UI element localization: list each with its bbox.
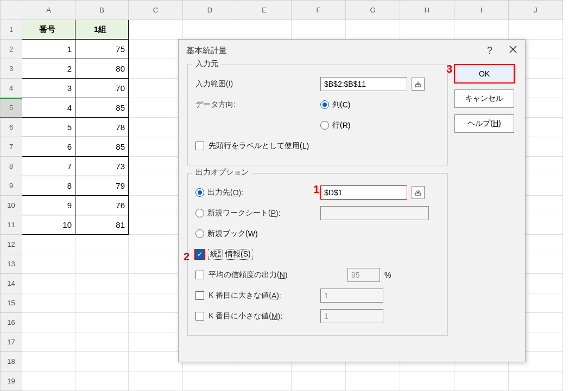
col-header-I[interactable]: I: [454, 1, 509, 20]
row-header[interactable]: 16: [1, 313, 22, 332]
cell-A1[interactable]: 番号: [22, 20, 75, 40]
confidence-level-field[interactable]: [347, 268, 380, 282]
radio-icon: [195, 209, 204, 217]
output-destination-field[interactable]: [320, 185, 407, 200]
output-group-title: 出力オプション: [192, 168, 252, 177]
checkbox-icon: [195, 291, 204, 300]
cell[interactable]: 75: [75, 40, 129, 59]
cell[interactable]: 70: [75, 79, 129, 98]
row-header[interactable]: 1: [1, 20, 22, 40]
col-header-G[interactable]: G: [346, 1, 400, 20]
kth-smallest-field[interactable]: [320, 309, 383, 323]
collapse-range-icon[interactable]: [412, 78, 425, 91]
ok-button[interactable]: OK: [454, 65, 514, 83]
col-header-C[interactable]: C: [129, 1, 183, 20]
cell[interactable]: 79: [75, 176, 129, 196]
percent-label: %: [384, 271, 391, 279]
row-header[interactable]: 15: [1, 293, 22, 313]
radio-icon: [195, 188, 204, 197]
input-group-title: 入力元: [192, 59, 222, 69]
checkbox-icon: [195, 271, 204, 279]
row-header[interactable]: 3: [1, 59, 22, 79]
cell[interactable]: 1: [22, 40, 75, 59]
checkbox-kth-largest[interactable]: K 番目に大きな値(A):: [195, 291, 320, 300]
cell[interactable]: 10: [22, 215, 75, 235]
cell[interactable]: 80: [75, 59, 129, 79]
cell[interactable]: 3: [22, 79, 75, 98]
input-range-field[interactable]: [320, 77, 407, 91]
row-header[interactable]: 10: [1, 196, 22, 215]
row-header[interactable]: 9: [1, 176, 22, 196]
col-header-J[interactable]: J: [509, 1, 563, 20]
cell-B1[interactable]: 1組: [75, 20, 129, 40]
row-header[interactable]: 14: [1, 274, 22, 293]
row-header[interactable]: 5: [1, 98, 22, 118]
cell[interactable]: 6: [22, 137, 75, 157]
col-header-B[interactable]: B: [75, 1, 129, 20]
checkbox-icon: [195, 142, 204, 150]
cell[interactable]: 85: [75, 137, 129, 157]
checkbox-kth-smallest[interactable]: K 番目に小さな値(M):: [195, 311, 320, 321]
help-icon[interactable]: ?: [487, 45, 492, 56]
cell[interactable]: 9: [22, 196, 75, 215]
radio-columns[interactable]: 列(C): [320, 100, 350, 110]
row-header[interactable]: 4: [1, 79, 22, 98]
data-direction-label: データ方向:: [195, 100, 320, 110]
close-icon[interactable]: [509, 45, 517, 56]
col-header-A[interactable]: A: [22, 1, 75, 20]
cell[interactable]: 85: [75, 98, 129, 118]
dialog-titlebar[interactable]: 基本統計量 ?: [179, 40, 525, 61]
input-group: 入力元 入力範囲(I) データ方向: 列(C) 行(R) 先頭行をラベルとして使…: [187, 65, 448, 165]
cell[interactable]: 78: [75, 118, 129, 137]
cell[interactable]: 76: [75, 196, 129, 215]
input-range-label: 入力範囲(I): [195, 79, 320, 89]
checkbox-labels-first-row[interactable]: 先頭行をラベルとして使用(L): [195, 141, 309, 151]
annotation-2: 2: [184, 251, 189, 263]
new-worksheet-name-field[interactable]: [320, 206, 429, 220]
row-header[interactable]: 17: [1, 332, 22, 352]
row-header[interactable]: 11: [1, 215, 22, 235]
descriptive-statistics-dialog: 基本統計量 ? 入力元 入力範囲(I) データ方向: 列(C): [178, 39, 526, 362]
col-header-E[interactable]: E: [237, 1, 292, 20]
checkbox-confidence-level[interactable]: 平均の信頼度の出力(N): [195, 270, 347, 280]
output-group: 出力オプション 出力先(O): 新規ワークシート(P): 新規ブック(W) 統計…: [187, 173, 448, 336]
row-header[interactable]: 12: [1, 235, 22, 254]
cell[interactable]: 5: [22, 118, 75, 137]
radio-output-destination[interactable]: 出力先(O):: [195, 188, 320, 197]
cell[interactable]: 8: [22, 176, 75, 196]
cancel-button[interactable]: キャンセル: [454, 89, 514, 108]
row-header[interactable]: 13: [1, 254, 22, 274]
row-header[interactable]: 18: [1, 352, 22, 371]
radio-icon: [195, 229, 204, 238]
collapse-range-icon[interactable]: [412, 186, 425, 199]
col-header-H[interactable]: H: [400, 1, 454, 20]
checkbox-icon: [195, 250, 204, 259]
radio-new-worksheet[interactable]: 新規ワークシート(P):: [195, 208, 320, 218]
corner-cell[interactable]: [1, 1, 22, 20]
annotation-3: 3: [446, 63, 452, 75]
cell[interactable]: 81: [75, 215, 129, 235]
radio-icon: [320, 121, 329, 130]
kth-largest-field[interactable]: [320, 289, 383, 303]
cell[interactable]: 4: [22, 98, 75, 118]
cell[interactable]: 7: [22, 157, 75, 176]
col-header-F[interactable]: F: [292, 1, 346, 20]
dialog-title: 基本統計量: [186, 46, 487, 56]
row-header[interactable]: 7: [1, 137, 22, 157]
col-header-D[interactable]: D: [183, 1, 237, 20]
row-header[interactable]: 8: [1, 157, 22, 176]
row-header[interactable]: 19: [1, 371, 22, 391]
row-header[interactable]: 2: [1, 40, 22, 59]
help-button[interactable]: ヘルプ(H): [454, 114, 514, 133]
radio-icon: [320, 100, 329, 109]
checkbox-icon: [195, 312, 204, 321]
checkbox-summary-statistics[interactable]: 統計情報(S): [195, 249, 252, 260]
radio-rows[interactable]: 行(R): [320, 120, 350, 130]
cell[interactable]: 2: [22, 59, 75, 79]
radio-new-workbook[interactable]: 新規ブック(W): [195, 229, 258, 239]
cell[interactable]: 73: [75, 157, 129, 176]
row-header[interactable]: 6: [1, 118, 22, 137]
annotation-1: 1: [313, 183, 319, 196]
